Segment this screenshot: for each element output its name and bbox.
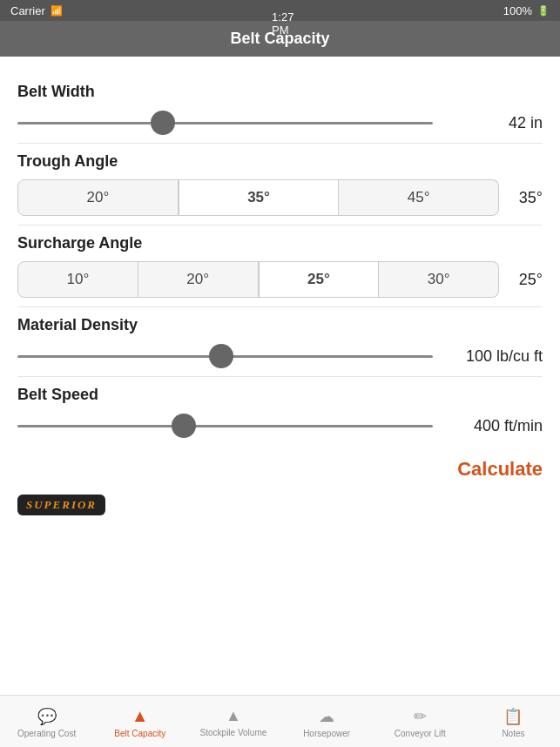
- tab-notes-label: Notes: [502, 729, 524, 738]
- tab-operating-cost[interactable]: 💬 Operating Cost: [0, 696, 93, 747]
- tab-stockpile-volume[interactable]: ▲ Stockpile Volume: [186, 696, 280, 747]
- belt-speed-track: [17, 425, 433, 427]
- belt-speed-slider-row: 400 ft/min: [17, 413, 543, 439]
- trough-angle-value: 35°: [499, 189, 543, 207]
- material-density-label: Material Density: [17, 316, 543, 334]
- material-density-slider-row: 100 lb/cu ft: [17, 343, 543, 369]
- logo-row: SUPERIOR: [17, 488, 543, 519]
- trough-angle-btn-20[interactable]: 20°: [17, 179, 179, 216]
- belt-speed-thumb[interactable]: [172, 414, 196, 438]
- divider-4: [17, 376, 543, 377]
- belt-width-thumb[interactable]: [151, 111, 175, 135]
- tab-conveyor-lift-label: Conveyor Lift: [395, 729, 446, 738]
- tab-operating-cost-label: Operating Cost: [17, 729, 76, 738]
- trough-angle-section: Trough Angle 20° 35° 45° 35°: [17, 152, 543, 216]
- tab-belt-capacity-label: Belt Capacity: [114, 729, 165, 738]
- tab-horsepower[interactable]: ☁ Horsepower: [280, 696, 374, 747]
- operating-cost-icon: 💬: [37, 707, 57, 726]
- material-density-section: Material Density 100 lb/cu ft: [17, 316, 543, 369]
- notes-icon: 📋: [503, 707, 523, 726]
- status-bar-left: Carrier 📶: [10, 4, 63, 17]
- belt-width-value: 42 in: [447, 114, 543, 132]
- wifi-icon: 📶: [51, 5, 63, 17]
- trough-angle-label: Trough Angle: [17, 152, 543, 171]
- trough-angle-btn-35[interactable]: 35°: [179, 179, 340, 216]
- tab-belt-capacity[interactable]: ▲ Belt Capacity: [93, 696, 186, 747]
- belt-speed-value: 400 ft/min: [447, 417, 543, 435]
- calculate-button[interactable]: Calculate: [457, 458, 543, 481]
- surcharge-angle-options: 10° 20° 25° 30°: [17, 261, 499, 298]
- calculate-row: Calculate: [17, 444, 543, 488]
- belt-width-slider-container[interactable]: [17, 110, 433, 136]
- surcharge-angle-btn-30[interactable]: 30°: [379, 261, 499, 298]
- horsepower-icon: ☁: [319, 707, 334, 726]
- surcharge-angle-section: Surcharge Angle 10° 20° 25° 30° 25°: [17, 234, 543, 298]
- carrier-label: Carrier: [10, 4, 45, 17]
- surcharge-angle-value: 25°: [499, 271, 543, 289]
- tab-notes[interactable]: 📋 Notes: [467, 696, 560, 747]
- tab-conveyor-lift[interactable]: ✏ Conveyor Lift: [374, 696, 467, 747]
- material-density-thumb[interactable]: [209, 344, 233, 368]
- trough-angle-options: 20° 35° 45°: [17, 179, 499, 216]
- status-bar-time: 1:27 PM: [272, 10, 293, 37]
- tab-horsepower-label: Horsepower: [303, 729, 350, 738]
- material-density-track: [17, 355, 433, 358]
- battery-label: 100%: [503, 4, 532, 17]
- surcharge-angle-label: Surcharge Angle: [17, 234, 543, 252]
- stockpile-volume-icon: ▲: [226, 707, 241, 725]
- belt-speed-slider-container[interactable]: [17, 413, 433, 439]
- trough-angle-picker-row: 20° 35° 45° 35°: [17, 179, 543, 216]
- belt-width-slider-row: 42 in: [17, 110, 543, 136]
- battery-icon: 🔋: [537, 5, 550, 17]
- belt-width-label: Belt Width: [17, 83, 543, 101]
- belt-speed-section: Belt Speed 400 ft/min: [17, 386, 543, 439]
- divider-2: [17, 225, 543, 225]
- surcharge-angle-btn-25[interactable]: 25°: [259, 261, 380, 298]
- tab-bar: 💬 Operating Cost ▲ Belt Capacity ▲ Stock…: [0, 695, 560, 747]
- belt-width-section: Belt Width 42 in: [17, 83, 543, 136]
- material-density-slider-container[interactable]: [17, 343, 433, 369]
- superior-logo: SUPERIOR: [17, 495, 105, 515]
- tab-stockpile-volume-label: Stockpile Volume: [200, 728, 267, 737]
- surcharge-angle-picker-row: 10° 20° 25° 30° 25°: [17, 261, 543, 298]
- divider-1: [17, 143, 543, 144]
- logo-text: SUPERIOR: [26, 498, 97, 512]
- material-density-value: 100 lb/cu ft: [447, 347, 543, 366]
- main-content: Belt Width 42 in Trough Angle 20° 35° 45…: [0, 57, 560, 695]
- surcharge-angle-btn-20[interactable]: 20°: [138, 261, 259, 298]
- status-bar: Carrier 📶 1:27 PM 100% 🔋: [0, 0, 560, 21]
- trough-angle-btn-45[interactable]: 45°: [339, 179, 499, 216]
- belt-capacity-icon: ▲: [132, 706, 149, 726]
- belt-width-track: [17, 122, 433, 124]
- surcharge-angle-btn-10[interactable]: 10°: [17, 261, 138, 298]
- divider-3: [17, 306, 543, 307]
- status-bar-right: 100% 🔋: [503, 4, 550, 17]
- belt-speed-label: Belt Speed: [17, 386, 543, 404]
- conveyor-lift-icon: ✏: [414, 707, 427, 726]
